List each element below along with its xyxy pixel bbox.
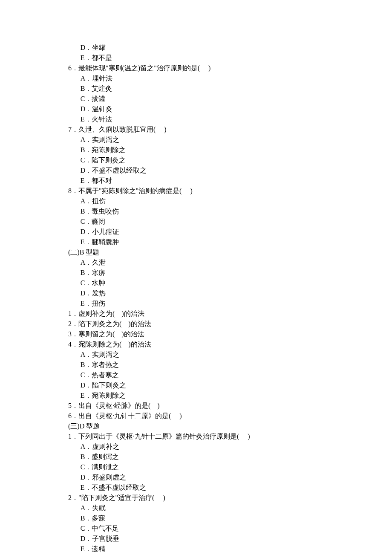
text-line: A．埋针法 [68,73,324,84]
text-line: 5．出自《灵枢·经脉》的是( ) [68,401,324,411]
text-line: D．邪盛则虚之 [68,472,324,483]
text-line: E．宛陈则除之 [68,390,324,401]
text-line: D．发热 [68,288,324,298]
text-line: B．寒痹 [68,268,324,278]
text-line: A．实则泻之 [68,350,324,360]
text-line: B．多寐 [68,513,324,523]
text-line: A．实则泻之 [68,135,324,145]
text-line: (二)B 型题 [68,247,324,257]
text-line: C．水肿 [68,278,324,288]
text-line: D．陷下则灸之 [68,380,324,390]
text-line: E．都不对 [68,176,324,186]
text-line: 6．出自《灵枢·九针十二原》的是( ) [68,411,324,421]
text-line: C．陷下则灸之 [68,155,324,165]
text-line: C．热者寒之 [68,370,324,380]
text-line: B．宛陈则除之 [68,145,324,155]
text-line: D．不盛不虚以经取之 [68,165,324,176]
text-line: D．坐罐 [68,43,324,53]
text-line: 3．寒则留之为( )的治法 [68,329,324,339]
text-line: 2．陷下则灸之为( )的治法 [68,319,324,329]
text-line: 8．不属于"宛陈则除之"治则的病症是( ) [68,186,324,196]
text-line: A．扭伤 [68,196,324,206]
text-line: E．都不是 [68,53,324,63]
text-line: 1．下列同出于《灵枢·九针十二原》篇的针灸治疗原则是( ) [68,431,324,442]
text-line: D．温针灸 [68,104,324,114]
text-line: C．拔罐 [68,94,324,104]
text-line: (三)D 型题 [68,421,324,431]
text-line: E．扭伤 [68,298,324,309]
text-line: 7．久泄、久痢以致脱肛宜用( ) [68,124,324,135]
text-line: A．虚则补之 [68,442,324,452]
document-body: D．坐罐E．都不是6．最能体现"寒则(温之)留之"治疗原则的是( )A．埋针法B… [68,43,324,555]
text-line: C．中气不足 [68,523,324,534]
text-line: A．失眠 [68,503,324,513]
text-line: 1．虚则补之为( )的治法 [68,309,324,319]
text-line: B．寒者热之 [68,360,324,370]
text-line: 2．"陷下则灸之"适宜于治疗( ) [68,493,324,503]
text-line: A．久泄 [68,257,324,268]
text-line: B．毒虫咬伤 [68,206,324,217]
text-line: D．子宫脱垂 [68,534,324,544]
text-line: 6．最能体现"寒则(温之)留之"治疗原则的是( ) [68,63,324,73]
text-line: 4．宛陈则除之为( )的治法 [68,339,324,350]
text-line: B．盛则泻之 [68,452,324,462]
text-line: E．遗精 [68,544,324,554]
text-line: D．小儿疳证 [68,227,324,237]
text-line: B．艾炷灸 [68,84,324,94]
text-line: E．火针法 [68,114,324,124]
text-line: C．癃闭 [68,217,324,227]
text-line: E．不盛不虚以经取之 [68,483,324,493]
text-line: E．腱鞘囊肿 [68,237,324,247]
text-line: C．满则泄之 [68,462,324,472]
